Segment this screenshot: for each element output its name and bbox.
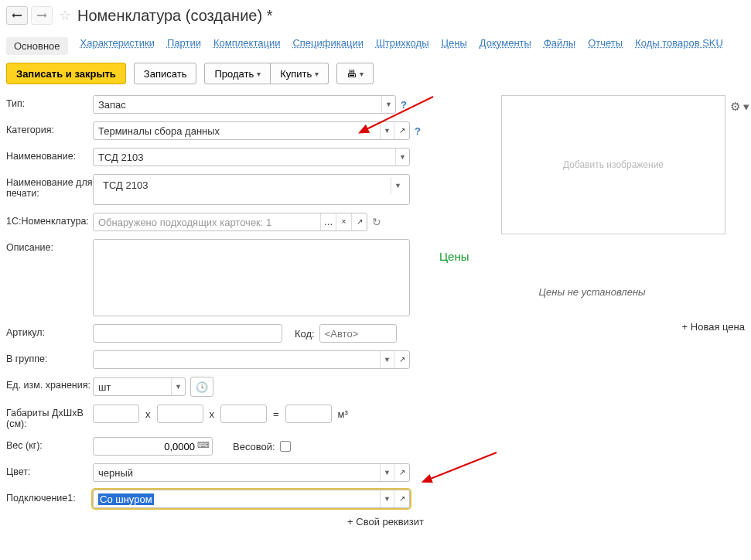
- tab-characteristics[interactable]: Характеристики: [80, 37, 155, 55]
- type-select[interactable]: Запас ▼: [93, 95, 396, 114]
- chevron-down-icon[interactable]: ▼: [380, 122, 394, 139]
- description-input[interactable]: [93, 239, 410, 316]
- buy-button[interactable]: Купить: [271, 63, 329, 84]
- clear-icon[interactable]: ×: [336, 213, 351, 230]
- tab-barcodes[interactable]: Штрихкоды: [376, 37, 429, 55]
- code-label: Код:: [295, 328, 315, 340]
- group-select[interactable]: ▼ ↗: [93, 350, 410, 369]
- article-label: Артикул:: [6, 324, 93, 338]
- code-input[interactable]: [319, 324, 397, 343]
- color-select[interactable]: черный ▼ ↗: [93, 463, 410, 482]
- nomen-input[interactable]: Обнаружено подходящих карточек: 1 … × ↗: [93, 213, 367, 231]
- tab-parties[interactable]: Партии: [167, 37, 201, 55]
- connection-select[interactable]: Со шнуром ▼ ↗: [93, 490, 410, 508]
- weight-input[interactable]: [93, 437, 213, 456]
- open-icon[interactable]: ↗: [394, 351, 409, 368]
- type-help-icon[interactable]: ?: [401, 99, 407, 111]
- category-label: Категория:: [6, 121, 93, 135]
- tab-prices[interactable]: Цены: [441, 37, 466, 55]
- tab-files[interactable]: Файлы: [544, 37, 575, 55]
- tab-documents[interactable]: Документы: [480, 37, 531, 55]
- open-icon[interactable]: ↗: [394, 122, 409, 139]
- prices-section-title: Цены: [439, 250, 745, 263]
- print-name-input[interactable]: ТСД 2103 ▼: [93, 174, 410, 205]
- type-label: Тип:: [6, 95, 93, 109]
- open-icon[interactable]: ↗: [394, 464, 409, 481]
- chevron-down-icon[interactable]: ▼: [380, 351, 394, 368]
- name-input[interactable]: ТСД 2103 ▼: [93, 148, 410, 166]
- gear-icon[interactable]: ⚙ ▾: [730, 100, 749, 114]
- dims-label: Габариты ДхШхВ (см):: [6, 405, 93, 429]
- favorite-star-icon[interactable]: ☆: [59, 7, 71, 24]
- color-label: Цвет:: [6, 463, 93, 477]
- dim-height-input[interactable]: [220, 405, 267, 423]
- weight-flag-checkbox[interactable]: [280, 441, 291, 452]
- dim-length-input[interactable]: [93, 405, 139, 423]
- weight-label: Вес (кг):: [6, 437, 93, 451]
- name-label: Наименование:: [6, 148, 93, 162]
- tab-specs[interactable]: Спецификации: [292, 37, 364, 55]
- calculator-icon[interactable]: ⌨: [197, 440, 210, 450]
- save-button[interactable]: Записать: [134, 63, 197, 84]
- chevron-down-icon[interactable]: ▼: [391, 177, 405, 194]
- nav-back-button[interactable]: 🠔: [6, 6, 28, 25]
- category-select[interactable]: Терминалы сбора данных ▼ ↗: [93, 121, 410, 140]
- tab-main[interactable]: Основное: [6, 37, 68, 55]
- print-name-label: Наименование для печати:: [6, 174, 93, 199]
- nav-forward-button[interactable]: 🠖: [31, 6, 53, 25]
- print-button[interactable]: 🖶: [336, 63, 374, 84]
- save-close-button[interactable]: Записать и закрыть: [6, 63, 126, 84]
- unit-select[interactable]: шт ▼: [93, 377, 186, 396]
- category-help-icon[interactable]: ?: [415, 125, 421, 137]
- add-own-requisite[interactable]: + Свой реквизит: [6, 516, 424, 528]
- unit-label: Ед. изм. хранения:: [6, 377, 93, 391]
- chevron-down-icon[interactable]: ▼: [380, 490, 394, 507]
- dim-volume-input[interactable]: [285, 405, 332, 423]
- tab-reports[interactable]: Отчеты: [588, 37, 623, 55]
- unit-history-button[interactable]: 🕓: [190, 377, 213, 397]
- tab-kits[interactable]: Комплектации: [213, 37, 280, 55]
- chevron-down-icon[interactable]: ▼: [381, 96, 395, 113]
- prices-empty-text: Цены не установлены: [439, 286, 745, 298]
- dim-width-input[interactable]: [157, 405, 203, 423]
- main-tabs: Основное Характеристики Партии Комплекта…: [6, 32, 745, 63]
- chevron-down-icon[interactable]: ▼: [171, 378, 185, 395]
- connection-label: Подключение1:: [6, 490, 93, 504]
- image-placeholder[interactable]: Добавить изображение: [501, 95, 725, 234]
- chevron-down-icon[interactable]: ▼: [380, 464, 394, 481]
- nomen-label: 1С:Номенклатура:: [6, 213, 93, 227]
- refresh-icon[interactable]: ↻: [372, 216, 381, 228]
- article-input[interactable]: [93, 324, 282, 343]
- page-title: Номенклатура (создание) *: [77, 7, 272, 25]
- open-icon[interactable]: ↗: [351, 213, 367, 230]
- group-label: В группе:: [6, 350, 93, 364]
- sell-button[interactable]: Продать: [204, 63, 271, 84]
- weight-flag-label: Весовой:: [233, 441, 275, 452]
- open-icon[interactable]: ↗: [394, 490, 409, 507]
- new-price-button[interactable]: + Новая цена: [439, 321, 745, 333]
- desc-label: Описание:: [6, 239, 93, 253]
- tab-sku[interactable]: Коды товаров SKU: [635, 37, 723, 55]
- ellipsis-icon[interactable]: …: [320, 213, 336, 230]
- chevron-down-icon[interactable]: ▼: [395, 149, 409, 166]
